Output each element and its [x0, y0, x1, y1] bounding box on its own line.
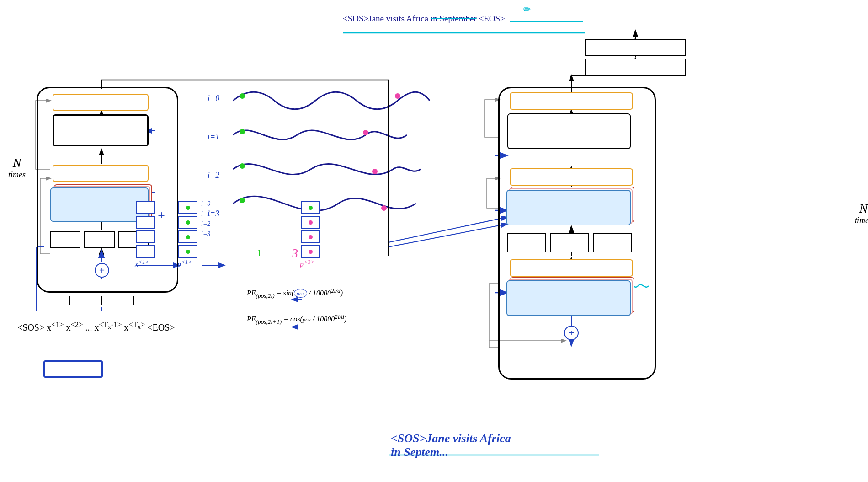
dec-add-norm-mid — [510, 168, 633, 186]
three-label: 3 — [292, 246, 298, 261]
svg-point-4 — [240, 163, 245, 169]
one-label: 1 — [257, 247, 262, 259]
dec-mha-front — [506, 190, 631, 225]
encoder-add-norm-top — [53, 94, 149, 111]
encoder-qkv-row — [50, 231, 149, 248]
dec-input-text: <SOS>Jane visits Africain Septem... — [391, 432, 511, 459]
p3-label: p<3> — [300, 258, 315, 268]
svg-point-6 — [240, 198, 245, 203]
svg-point-5 — [372, 169, 378, 174]
pencil-icon: ✏ — [523, 4, 531, 15]
dec-q-cell — [593, 233, 632, 252]
encoder-k-cell — [84, 231, 114, 248]
input-sequence: <SOS> x<1> x<2> ... x<Tx-1> x<Tx> <EOS> — [17, 320, 175, 333]
dec-kvq-row — [507, 233, 632, 252]
d-box — [43, 360, 103, 378]
plus-between-cols: + — [158, 208, 165, 223]
linear-box — [585, 59, 686, 76]
output-sequence: <SOS>Jane visits Africa in September <EO… — [343, 14, 505, 24]
svg-line-26 — [389, 217, 506, 242]
svg-point-3 — [363, 130, 368, 135]
svg-point-7 — [381, 205, 387, 211]
dec-ffnn-front — [507, 113, 631, 149]
n-times-encoder: N times — [8, 155, 26, 180]
encoder-ffnn-box — [53, 114, 149, 146]
svg-point-0 — [240, 93, 245, 99]
encoder-q-cell — [50, 231, 80, 248]
pe-formula2: PE(pos,2i+1) = cos(pos / 100002i/d) — [247, 313, 346, 326]
dec-plus-circle: + — [564, 326, 579, 340]
encoder-input-column — [136, 201, 155, 258]
x1-label: x<1> — [135, 258, 149, 268]
pe-col-right — [301, 201, 320, 258]
dec-k-cell — [507, 233, 546, 252]
pe-i-labels: i=0 i=1 i=2 i=3 — [201, 200, 210, 238]
dec-add-norm-bot — [510, 259, 633, 277]
softmax-box — [585, 39, 686, 56]
pe-formula1: PE(pos,2i) = sin(pos / 100002i/d) — [247, 287, 343, 300]
pe-column — [178, 201, 197, 258]
encoder-mha-front — [50, 187, 149, 222]
dec-add-norm-top — [510, 92, 633, 110]
encoder-plus-circle: + — [95, 263, 109, 278]
p1-label: p<1> — [177, 258, 192, 268]
svg-point-2 — [240, 129, 245, 134]
n-times-decoder: N times — [855, 201, 868, 225]
svg-point-1 — [395, 93, 400, 99]
dec-masked-front — [506, 280, 631, 316]
dec-v-cell — [550, 233, 589, 252]
encoder-add-norm-mid — [53, 165, 149, 182]
svg-line-27 — [389, 224, 506, 247]
